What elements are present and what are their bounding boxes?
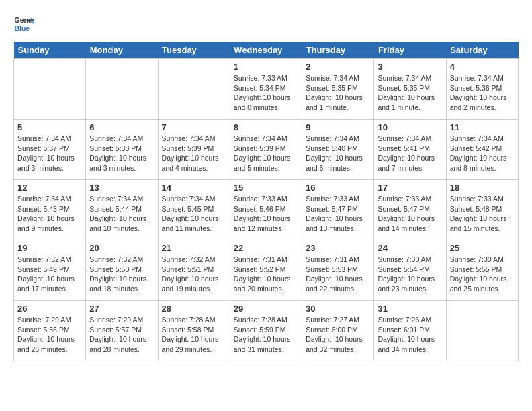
days-header-row: SundayMondayTuesdayWednesdayThursdayFrid… bbox=[14, 42, 519, 59]
day-info: Sunrise: 7:26 AM Sunset: 6:01 PM Dayligh… bbox=[378, 315, 442, 355]
day-info: Sunrise: 7:34 AM Sunset: 5:39 PM Dayligh… bbox=[234, 134, 298, 173]
calendar-cell: 25Sunrise: 7:30 AM Sunset: 5:55 PM Dayli… bbox=[446, 240, 518, 301]
day-header-friday: Friday bbox=[374, 42, 446, 59]
day-info: Sunrise: 7:33 AM Sunset: 5:48 PM Dayligh… bbox=[450, 194, 515, 234]
day-header-saturday: Saturday bbox=[446, 42, 518, 59]
calendar-cell: 11Sunrise: 7:34 AM Sunset: 5:42 PM Dayli… bbox=[446, 120, 518, 180]
day-info: Sunrise: 7:28 AM Sunset: 5:59 PM Dayligh… bbox=[234, 315, 298, 355]
day-header-monday: Monday bbox=[86, 42, 158, 59]
calendar-cell: 3Sunrise: 7:34 AM Sunset: 5:35 PM Daylig… bbox=[374, 59, 446, 120]
svg-text:Blue: Blue bbox=[15, 25, 30, 32]
day-info: Sunrise: 7:30 AM Sunset: 5:54 PM Dayligh… bbox=[378, 255, 442, 294]
calendar-cell: 7Sunrise: 7:34 AM Sunset: 5:39 PM Daylig… bbox=[158, 120, 230, 180]
week-row-1: 1Sunrise: 7:33 AM Sunset: 5:34 PM Daylig… bbox=[14, 59, 519, 120]
day-number: 17 bbox=[378, 183, 442, 193]
day-number: 19 bbox=[17, 243, 82, 253]
calendar-cell: 21Sunrise: 7:32 AM Sunset: 5:51 PM Dayli… bbox=[158, 240, 230, 301]
week-row-2: 5Sunrise: 7:34 AM Sunset: 5:37 PM Daylig… bbox=[14, 120, 519, 180]
day-number: 8 bbox=[234, 122, 298, 132]
day-number: 2 bbox=[306, 62, 370, 72]
day-info: Sunrise: 7:33 AM Sunset: 5:47 PM Dayligh… bbox=[306, 194, 370, 234]
day-info: Sunrise: 7:34 AM Sunset: 5:36 PM Dayligh… bbox=[450, 73, 515, 113]
day-info: Sunrise: 7:33 AM Sunset: 5:47 PM Dayligh… bbox=[378, 194, 442, 234]
day-number: 6 bbox=[89, 122, 154, 132]
calendar-cell: 31Sunrise: 7:26 AM Sunset: 6:01 PM Dayli… bbox=[374, 301, 446, 361]
day-number: 21 bbox=[162, 243, 226, 253]
day-number: 11 bbox=[450, 122, 515, 132]
page-header: General Blue bbox=[13, 13, 519, 35]
day-info: Sunrise: 7:29 AM Sunset: 5:56 PM Dayligh… bbox=[17, 315, 82, 355]
calendar-cell: 10Sunrise: 7:34 AM Sunset: 5:41 PM Dayli… bbox=[374, 120, 446, 180]
day-info: Sunrise: 7:32 AM Sunset: 5:51 PM Dayligh… bbox=[162, 255, 226, 294]
day-info: Sunrise: 7:34 AM Sunset: 5:39 PM Dayligh… bbox=[162, 134, 226, 173]
day-number: 12 bbox=[17, 183, 82, 193]
logo-icon: General Blue bbox=[13, 13, 35, 35]
calendar-cell bbox=[158, 59, 230, 120]
day-number: 27 bbox=[89, 304, 154, 314]
calendar-cell: 14Sunrise: 7:34 AM Sunset: 5:45 PM Dayli… bbox=[158, 180, 230, 240]
day-number: 13 bbox=[89, 183, 154, 193]
day-info: Sunrise: 7:34 AM Sunset: 5:35 PM Dayligh… bbox=[306, 73, 370, 113]
day-number: 4 bbox=[450, 62, 515, 72]
day-info: Sunrise: 7:32 AM Sunset: 5:50 PM Dayligh… bbox=[89, 255, 154, 294]
day-header-wednesday: Wednesday bbox=[230, 42, 302, 59]
day-info: Sunrise: 7:34 AM Sunset: 5:35 PM Dayligh… bbox=[378, 73, 442, 113]
day-header-sunday: Sunday bbox=[14, 42, 86, 59]
day-number: 10 bbox=[378, 122, 442, 132]
day-number: 9 bbox=[306, 122, 370, 132]
calendar-cell bbox=[14, 59, 86, 120]
calendar-cell: 9Sunrise: 7:34 AM Sunset: 5:40 PM Daylig… bbox=[302, 120, 374, 180]
day-info: Sunrise: 7:34 AM Sunset: 5:42 PM Dayligh… bbox=[450, 134, 515, 173]
calendar-cell bbox=[86, 59, 158, 120]
logo: General Blue bbox=[13, 13, 35, 35]
calendar-cell: 18Sunrise: 7:33 AM Sunset: 5:48 PM Dayli… bbox=[446, 180, 518, 240]
day-info: Sunrise: 7:34 AM Sunset: 5:43 PM Dayligh… bbox=[17, 194, 82, 234]
calendar-cell: 8Sunrise: 7:34 AM Sunset: 5:39 PM Daylig… bbox=[230, 120, 302, 180]
week-row-5: 26Sunrise: 7:29 AM Sunset: 5:56 PM Dayli… bbox=[14, 301, 519, 361]
day-number: 5 bbox=[17, 122, 82, 132]
calendar-cell: 12Sunrise: 7:34 AM Sunset: 5:43 PM Dayli… bbox=[14, 180, 86, 240]
day-number: 25 bbox=[450, 243, 515, 253]
calendar-cell: 23Sunrise: 7:31 AM Sunset: 5:53 PM Dayli… bbox=[302, 240, 374, 301]
calendar-cell: 24Sunrise: 7:30 AM Sunset: 5:54 PM Dayli… bbox=[374, 240, 446, 301]
day-number: 26 bbox=[17, 304, 82, 314]
calendar-cell: 15Sunrise: 7:33 AM Sunset: 5:46 PM Dayli… bbox=[230, 180, 302, 240]
calendar-cell: 29Sunrise: 7:28 AM Sunset: 5:59 PM Dayli… bbox=[230, 301, 302, 361]
day-info: Sunrise: 7:34 AM Sunset: 5:40 PM Dayligh… bbox=[306, 134, 370, 173]
calendar-cell: 22Sunrise: 7:31 AM Sunset: 5:52 PM Dayli… bbox=[230, 240, 302, 301]
calendar-cell: 13Sunrise: 7:34 AM Sunset: 5:44 PM Dayli… bbox=[86, 180, 158, 240]
day-number: 31 bbox=[378, 304, 442, 314]
day-info: Sunrise: 7:29 AM Sunset: 5:57 PM Dayligh… bbox=[89, 315, 154, 355]
calendar-cell: 1Sunrise: 7:33 AM Sunset: 5:34 PM Daylig… bbox=[230, 59, 302, 120]
day-info: Sunrise: 7:28 AM Sunset: 5:58 PM Dayligh… bbox=[162, 315, 226, 355]
calendar-cell: 2Sunrise: 7:34 AM Sunset: 5:35 PM Daylig… bbox=[302, 59, 374, 120]
calendar-table: SundayMondayTuesdayWednesdayThursdayFrid… bbox=[13, 42, 519, 361]
day-number: 15 bbox=[234, 183, 298, 193]
calendar-cell: 28Sunrise: 7:28 AM Sunset: 5:58 PM Dayli… bbox=[158, 301, 230, 361]
week-row-3: 12Sunrise: 7:34 AM Sunset: 5:43 PM Dayli… bbox=[14, 180, 519, 240]
calendar-cell: 20Sunrise: 7:32 AM Sunset: 5:50 PM Dayli… bbox=[86, 240, 158, 301]
day-number: 30 bbox=[306, 304, 370, 314]
day-number: 23 bbox=[306, 243, 370, 253]
day-number: 3 bbox=[378, 62, 442, 72]
calendar-cell: 4Sunrise: 7:34 AM Sunset: 5:36 PM Daylig… bbox=[446, 59, 518, 120]
day-info: Sunrise: 7:34 AM Sunset: 5:44 PM Dayligh… bbox=[89, 194, 154, 234]
calendar-cell: 5Sunrise: 7:34 AM Sunset: 5:37 PM Daylig… bbox=[14, 120, 86, 180]
calendar-cell: 26Sunrise: 7:29 AM Sunset: 5:56 PM Dayli… bbox=[14, 301, 86, 361]
day-info: Sunrise: 7:30 AM Sunset: 5:55 PM Dayligh… bbox=[450, 255, 515, 294]
day-number: 1 bbox=[234, 62, 298, 72]
calendar-cell: 19Sunrise: 7:32 AM Sunset: 5:49 PM Dayli… bbox=[14, 240, 86, 301]
day-number: 18 bbox=[450, 183, 515, 193]
calendar-cell: 17Sunrise: 7:33 AM Sunset: 5:47 PM Dayli… bbox=[374, 180, 446, 240]
day-number: 7 bbox=[162, 122, 226, 132]
day-number: 22 bbox=[234, 243, 298, 253]
day-header-thursday: Thursday bbox=[302, 42, 374, 59]
day-info: Sunrise: 7:31 AM Sunset: 5:52 PM Dayligh… bbox=[234, 255, 298, 294]
day-info: Sunrise: 7:34 AM Sunset: 5:38 PM Dayligh… bbox=[89, 134, 154, 173]
calendar-cell: 16Sunrise: 7:33 AM Sunset: 5:47 PM Dayli… bbox=[302, 180, 374, 240]
day-number: 20 bbox=[89, 243, 154, 253]
day-number: 29 bbox=[234, 304, 298, 314]
day-number: 16 bbox=[306, 183, 370, 193]
day-info: Sunrise: 7:32 AM Sunset: 5:49 PM Dayligh… bbox=[17, 255, 82, 294]
calendar-cell: 30Sunrise: 7:27 AM Sunset: 6:00 PM Dayli… bbox=[302, 301, 374, 361]
